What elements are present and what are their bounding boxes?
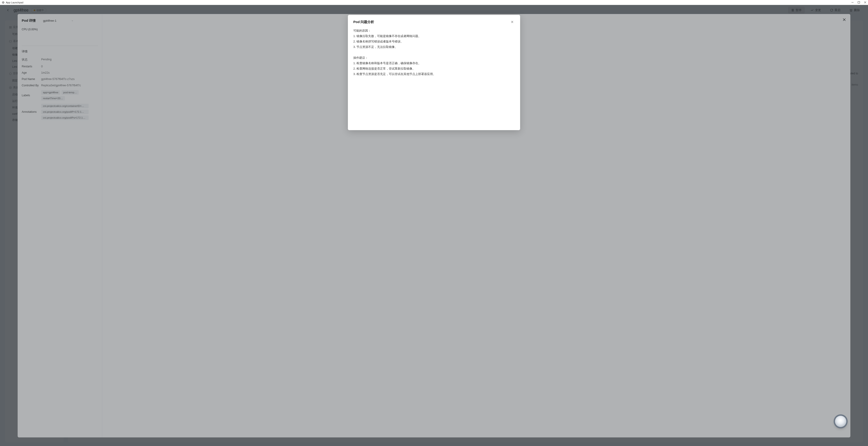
svg-rect-2 bbox=[858, 1, 860, 3]
window-maximize-icon[interactable] bbox=[857, 1, 860, 4]
app-icon bbox=[2, 1, 4, 4]
assistant-fab-button[interactable] bbox=[835, 416, 846, 427]
analysis-modal-title: Pod 问题分析 bbox=[353, 20, 374, 24]
analysis-modal: Pod 问题分析 可能的原因： 1. 镜像拉取失败，可能是镜像不存在或者网络问题… bbox=[348, 15, 520, 130]
window-minimize-icon[interactable] bbox=[851, 1, 854, 4]
titlebar-app-name: App Launchpad bbox=[6, 1, 23, 4]
window-close-icon[interactable] bbox=[864, 1, 867, 4]
window-titlebar: App Launchpad bbox=[0, 0, 868, 5]
analysis-modal-close-button[interactable] bbox=[510, 20, 515, 24]
analysis-modal-body: 可能的原因： 1. 镜像拉取失败，可能是镜像不存在或者网络问题。 2. 镜像名称… bbox=[353, 28, 515, 77]
